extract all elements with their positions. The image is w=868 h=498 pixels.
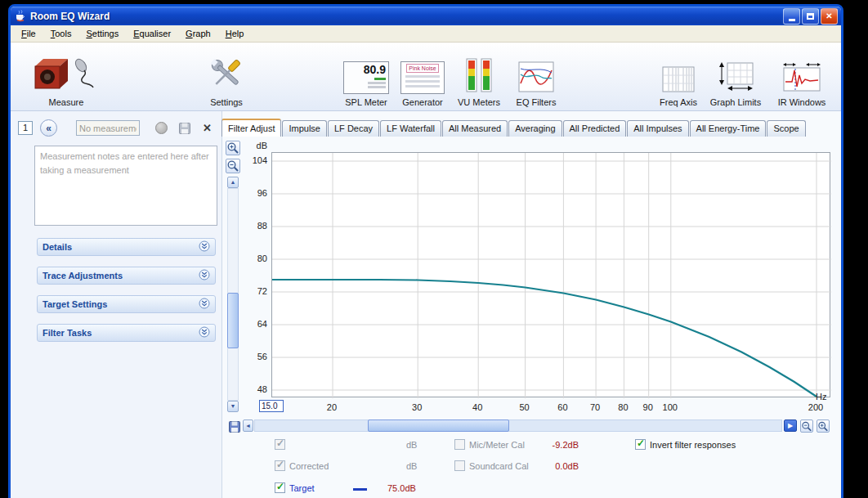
tab-scope[interactable]: Scope xyxy=(767,120,805,137)
floppy-icon xyxy=(178,122,191,135)
y-tick-label: 104 xyxy=(239,155,267,166)
measurement-index-field[interactable]: 1 xyxy=(18,121,33,135)
settings-button[interactable]: Settings xyxy=(195,47,257,107)
section-details[interactable]: Details xyxy=(37,238,216,256)
tab-all-predicted[interactable]: All Predicted xyxy=(563,120,627,137)
generator-icon: Pink Noise xyxy=(400,61,445,94)
corrected-checkbox[interactable] xyxy=(275,460,285,471)
tab-averaging[interactable]: Averaging xyxy=(508,120,562,137)
menu-help[interactable]: Help xyxy=(218,26,252,41)
zoom-out-icon xyxy=(801,420,812,433)
mic-meter-cal-checkbox[interactable] xyxy=(454,439,465,450)
y-tick-label: 48 xyxy=(239,384,267,395)
target-checkbox[interactable] xyxy=(275,482,285,493)
eq-filters-button[interactable]: EQ Filters xyxy=(508,47,564,107)
section-filter-tasks-label: Filter Tasks xyxy=(43,328,199,338)
horizontal-scrollbar-track[interactable] xyxy=(254,419,782,432)
graph-limits-button[interactable]: Graph Limits xyxy=(706,47,765,107)
corrected-db-label: dB xyxy=(406,461,417,471)
speaker-mic-icon xyxy=(30,55,102,94)
vu-meters-button[interactable]: VU Meters xyxy=(453,47,505,107)
menu-graph[interactable]: Graph xyxy=(178,26,218,41)
plot-area[interactable] xyxy=(271,152,830,397)
x-tick-label: 50 xyxy=(512,402,537,412)
x-tick-label: 200 xyxy=(803,402,828,412)
titlebar[interactable]: Room EQ Wizard ✕ xyxy=(11,7,841,25)
measurement-name-field[interactable] xyxy=(76,120,140,136)
maximize-button[interactable] xyxy=(802,8,819,25)
close-button[interactable]: ✕ xyxy=(821,8,838,25)
generator-button[interactable]: Pink Noise Generator xyxy=(396,47,449,107)
section-trace-adjustments[interactable]: Trace Adjustments xyxy=(37,267,216,285)
main-content: 1 « ✕ Details Trace Adjustments Target S… xyxy=(11,111,841,498)
y-zoom-out-button[interactable] xyxy=(226,159,240,173)
spl-meter-button[interactable]: 80.9 SPL Meter xyxy=(340,47,392,107)
graph-limits-label: Graph Limits xyxy=(710,97,761,107)
spl-meter-icon: 80.9 xyxy=(343,61,389,94)
menu-tools[interactable]: Tools xyxy=(43,26,79,41)
y-tick-label: 96 xyxy=(239,187,267,199)
x-axis-unit: Hz xyxy=(816,392,826,402)
y-zoom-in-button[interactable] xyxy=(226,141,240,155)
ir-windows-button[interactable]: IR Windows xyxy=(772,47,832,107)
x-zoom-in-button[interactable] xyxy=(817,419,830,433)
save-measurement-button[interactable] xyxy=(177,121,191,135)
measured-checkbox[interactable] xyxy=(275,439,285,450)
mic-meter-cal-value: -9.2dB xyxy=(534,440,579,450)
menu-equaliser[interactable]: Equaliser xyxy=(126,26,178,41)
freq-axis-button[interactable]: Freq Axis xyxy=(652,47,705,107)
graph-limits-icon xyxy=(717,61,754,94)
tab-all-impulses[interactable]: All Impulses xyxy=(627,120,688,137)
tab-all-energy-time[interactable]: All Energy-Time xyxy=(690,120,767,137)
measure-button[interactable]: Measure xyxy=(25,47,107,107)
section-filter-tasks[interactable]: Filter Tasks xyxy=(37,324,216,342)
scroll-left-button[interactable]: ◄ xyxy=(243,419,253,432)
scroll-up-button[interactable]: ▲ xyxy=(227,177,239,188)
chevron-down-icon xyxy=(199,240,210,253)
x-zoom-out-button[interactable] xyxy=(800,419,813,433)
generator-label: Generator xyxy=(402,97,443,107)
tab-filter-adjust[interactable]: Filter Adjust xyxy=(221,119,281,137)
tab-lf-decay[interactable]: LF Decay xyxy=(328,120,379,137)
toolbar: Measure Settings xyxy=(11,43,841,111)
app-window: Room EQ Wizard ✕ File Tools Settings Equ… xyxy=(8,4,843,498)
zoom-in-icon xyxy=(817,420,829,433)
collapse-panel-button[interactable]: « xyxy=(40,119,57,137)
record-button[interactable] xyxy=(155,122,168,134)
tools-icon xyxy=(208,55,245,94)
window-controls: ✕ xyxy=(783,8,838,25)
tab-all-measured[interactable]: All Measured xyxy=(442,120,508,137)
y-tick-label: 72 xyxy=(239,285,267,297)
x-icon: ✕ xyxy=(203,122,212,134)
delete-measurement-button[interactable]: ✕ xyxy=(200,121,214,135)
app-icon xyxy=(14,9,27,24)
measurement-notes-area[interactable] xyxy=(34,146,217,226)
section-target-settings-label: Target Settings xyxy=(43,299,199,309)
menu-file[interactable]: File xyxy=(14,26,43,41)
spl-meter-label: SPL Meter xyxy=(345,97,387,107)
minimize-button[interactable] xyxy=(783,8,800,25)
x-tick-label: 90 xyxy=(636,402,660,412)
save-graph-button[interactable] xyxy=(227,419,241,433)
menu-settings[interactable]: Settings xyxy=(78,26,126,41)
invert-filter-responses-checkbox[interactable] xyxy=(635,439,646,450)
y-axis-unit: dB xyxy=(239,141,267,150)
tab-lf-waterfall[interactable]: LF Waterfall xyxy=(380,120,441,137)
soundcard-cal-label: Soundcard Cal xyxy=(469,461,529,471)
mic-meter-cal-label: Mic/Meter Cal xyxy=(469,440,525,450)
soundcard-cal-checkbox[interactable] xyxy=(454,460,465,471)
freq-axis-label: Freq Axis xyxy=(660,97,697,107)
chevron-down-icon xyxy=(199,269,210,282)
horizontal-scrollbar-thumb[interactable] xyxy=(368,419,509,432)
y-tick-label: 88 xyxy=(239,220,267,231)
section-target-settings[interactable]: Target Settings xyxy=(37,295,216,313)
scroll-right-button[interactable]: ▶ xyxy=(784,419,797,432)
x-axis-min-field[interactable] xyxy=(259,400,284,412)
scroll-down-button[interactable]: ▼ xyxy=(227,401,239,412)
freq-axis-icon xyxy=(662,66,695,94)
x-tick-label: 30 xyxy=(405,402,429,412)
graph-tabs: Filter Adjust Impulse LF Decay LF Waterf… xyxy=(221,119,807,137)
tab-impulse[interactable]: Impulse xyxy=(282,120,327,137)
vertical-scrollbar-thumb[interactable] xyxy=(227,293,239,348)
x-tick-label: 70 xyxy=(583,402,607,412)
